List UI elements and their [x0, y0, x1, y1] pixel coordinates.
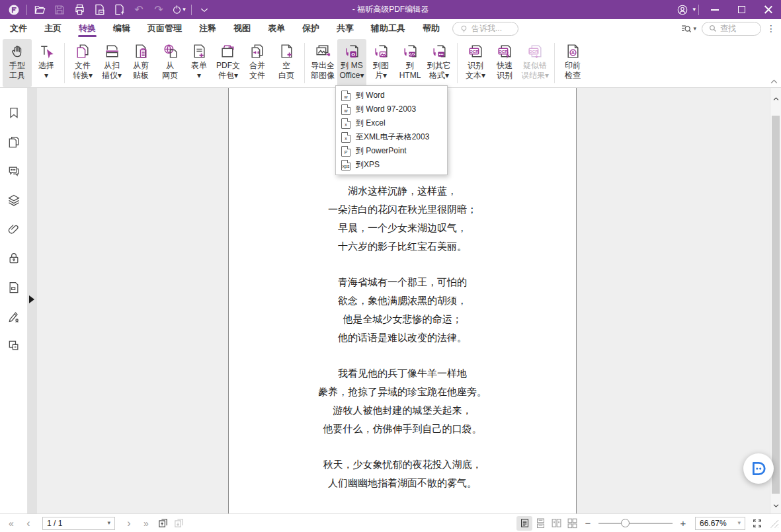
tool-combine-files[interactable]: 合并 文件 — [243, 39, 272, 87]
menu-item-to-excel[interactable]: x 到 Excel — [336, 116, 447, 130]
destinations-icon[interactable] — [7, 281, 21, 294]
customize-toolbar-chevron-icon[interactable] — [194, 0, 214, 19]
tool-ocr-suspects[interactable]: OCR 疑似错 误结果▾ — [519, 39, 551, 87]
print-icon[interactable] — [69, 0, 89, 19]
linked-pages-icon[interactable] — [7, 339, 21, 352]
tab-edit[interactable]: 编辑 — [104, 19, 139, 38]
tab-view[interactable]: 视图 — [225, 19, 259, 38]
expand-panel-arrow-icon[interactable] — [29, 295, 34, 303]
hand-pointer-mode-icon[interactable] — [169, 0, 188, 19]
minimize-button[interactable] — [702, 0, 728, 19]
comments-icon[interactable] — [7, 165, 21, 178]
maximize-button[interactable] — [728, 0, 755, 19]
panel-splitter[interactable] — [28, 88, 37, 513]
next-view-icon[interactable] — [171, 516, 186, 531]
scroll-up-icon[interactable] — [770, 93, 781, 104]
ai-assistant-button[interactable] — [743, 453, 774, 484]
tool-to-ms-office[interactable]: o 到 MS Office▾ — [337, 39, 366, 87]
svg-text:OCR: OCR — [498, 49, 507, 54]
tool-from-scanner[interactable]: 从扫 描仪▾ — [97, 39, 126, 87]
caret-down-icon[interactable] — [692, 7, 696, 13]
tool-convert-file[interactable]: 文件 转换▾ — [68, 39, 97, 87]
tool-form[interactable]: 表单 ▾ — [185, 39, 214, 87]
attachments-icon[interactable] — [7, 223, 21, 236]
zoom-level-selector[interactable]: 66.67% — [695, 517, 745, 530]
facing-view-icon[interactable] — [548, 516, 564, 531]
signature-icon[interactable] — [7, 310, 21, 323]
resize-grip[interactable] — [769, 519, 778, 528]
divider — [26, 5, 27, 15]
tool-ocr-text[interactable]: OCR 识别 文本▾ — [461, 39, 490, 87]
tool-pdf-portfolio[interactable]: PDF文 件包▾ — [214, 39, 243, 87]
bulb-icon — [460, 24, 468, 33]
tab-protect[interactable]: 保护 — [294, 19, 328, 38]
svg-text:o: o — [351, 51, 355, 57]
tool-export-all-images[interactable]: 导出全 部图像 — [308, 39, 337, 87]
tool-hand[interactable]: 手型 工具 — [3, 39, 32, 87]
excel-file-icon: x — [341, 132, 350, 143]
tab-file[interactable]: 文件 — [1, 19, 36, 38]
divider — [457, 43, 458, 83]
single-page-view-icon[interactable] — [516, 516, 532, 531]
tool-quick-ocr[interactable]: OCR 快速 识别 — [490, 39, 519, 87]
previous-view-icon[interactable] — [155, 516, 171, 531]
collapse-toolbar-chevron-icon[interactable] — [770, 77, 778, 87]
divider — [554, 43, 555, 83]
tab-share[interactable]: 共享 — [328, 19, 362, 38]
vertical-scrollbar[interactable] — [770, 88, 781, 513]
bookmark-icon[interactable] — [7, 106, 21, 120]
find-search[interactable]: 查找 — [702, 22, 761, 36]
page-minus-icon[interactable] — [89, 0, 109, 19]
tab-convert[interactable]: 转换 — [70, 19, 104, 38]
continuous-facing-view-icon[interactable] — [564, 516, 580, 531]
tool-blank-page[interactable]: 空 白页 — [272, 39, 301, 87]
tool-to-other-format[interactable]: 到其它 格式▾ — [425, 39, 454, 87]
next-page-icon[interactable] — [120, 517, 138, 529]
open-folder-icon[interactable] — [30, 0, 50, 19]
undo-icon[interactable] — [129, 0, 149, 19]
save-icon[interactable] — [50, 0, 69, 19]
last-page-icon[interactable] — [138, 518, 155, 529]
security-lock-icon[interactable] — [7, 252, 21, 265]
zoom-slider-knob[interactable] — [621, 519, 630, 527]
zoom-in-icon[interactable] — [675, 516, 691, 531]
continuous-view-icon[interactable] — [532, 516, 548, 531]
zoom-out-icon[interactable] — [580, 516, 596, 531]
layers-icon[interactable] — [7, 194, 21, 207]
page-number-selector[interactable]: 1 / 1 — [42, 517, 115, 530]
tool-preflight[interactable]: A 印前 检查 — [558, 39, 587, 87]
menu-item-to-xml-spreadsheet-2003[interactable]: x 至XML电子表格2003 — [336, 130, 447, 144]
tab-form[interactable]: 表单 — [259, 19, 294, 38]
page-plus-icon[interactable] — [109, 0, 129, 19]
scrollbar-thumb[interactable] — [772, 116, 780, 494]
stanza: 青海省城有一个郡王，可怕的 欲念，象他满腮浓黑的胡须， 他是全城少女悲惨的命运；… — [229, 273, 576, 347]
redo-icon[interactable] — [149, 0, 169, 19]
tell-me-search[interactable]: 告诉我... — [452, 22, 518, 36]
close-button[interactable] — [755, 0, 781, 19]
menu-item-to-word-97-2003[interactable]: w 到 Word 97-2003 — [336, 102, 447, 116]
pages-icon[interactable] — [7, 135, 21, 149]
webpage-globe-icon — [162, 41, 179, 61]
fullscreen-icon[interactable] — [749, 516, 765, 531]
tab-accessibility[interactable]: 辅助工具 — [362, 19, 414, 38]
zoom-slider[interactable] — [598, 519, 673, 528]
form-page-icon — [191, 41, 208, 61]
menu-item-to-word[interactable]: w 到 Word — [336, 89, 447, 102]
tab-home[interactable]: 主页 — [36, 19, 70, 38]
advanced-search-icon[interactable] — [680, 23, 696, 34]
tool-to-image[interactable]: 到图 片▾ — [366, 39, 395, 87]
more-options-icon[interactable] — [766, 23, 776, 34]
menu-item-to-xps[interactable]: xps 到XPS — [336, 158, 447, 172]
tab-help[interactable]: 帮助 — [414, 19, 448, 38]
tool-select[interactable]: 选择 ▾ — [32, 39, 61, 87]
tool-to-html[interactable]: 到 HTML — [395, 39, 425, 87]
tool-from-clipboard[interactable]: 从剪 贴板 — [126, 39, 155, 87]
first-page-icon[interactable] — [3, 518, 20, 529]
menu-item-to-powerpoint[interactable]: P 到 PowerPoint — [336, 144, 447, 158]
previous-page-icon[interactable] — [20, 517, 37, 529]
tool-from-web[interactable]: 从 网页 — [155, 39, 185, 87]
tab-comment[interactable]: 注释 — [190, 19, 225, 38]
tab-organize[interactable]: 页面管理 — [139, 19, 190, 38]
account-icon[interactable] — [673, 0, 692, 19]
scroll-down-icon[interactable] — [770, 500, 781, 511]
